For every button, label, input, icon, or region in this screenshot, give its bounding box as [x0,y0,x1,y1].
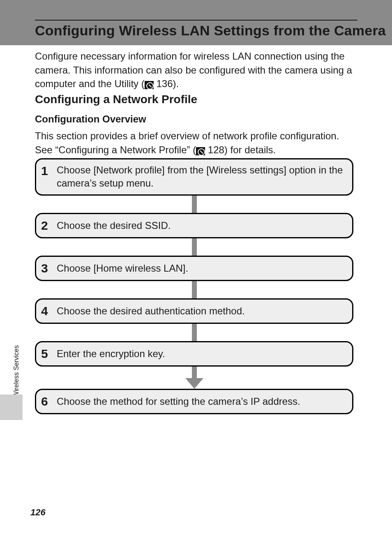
flow-diagram: 1 Choose [Network profile] from the [Wir… [35,158,353,414]
flow-connector [192,367,197,378]
step-text: Choose the desired authentication method… [57,305,245,318]
step-box: 3 Choose [Home wireless LAN]. [35,256,353,281]
step-number: 4 [41,303,48,320]
page-ref-icon [145,81,154,89]
title-rule [35,20,357,21]
overview-text-part1: This section provides a brief overview o… [35,130,339,155]
step-box: 5 Enter the encryption key. [35,341,353,367]
overview-paragraph: This section provides a brief overview o… [35,129,357,157]
subsection-heading: Configuration Overview [35,113,146,125]
arrow-head-icon [185,378,203,389]
flow-connector [192,324,197,341]
section-heading: Configuring a Network Profile [35,93,197,106]
step-number: 5 [41,346,48,362]
page-number: 126 [30,507,46,518]
intro-text-part1: Configure necessary information for wire… [35,51,352,89]
thumb-tab [0,395,23,420]
step-number: 1 [41,163,48,180]
flow-connector [192,196,197,213]
step-number: 2 [41,217,48,234]
intro-paragraph: Configure necessary information for wire… [35,49,357,91]
overview-pageref: 128) for details. [205,144,276,155]
step-box: 4 Choose the desired authentication meth… [35,298,353,324]
step-number: 3 [41,260,48,277]
flow-arrow [35,367,353,389]
manual-page: Configuring Wireless LAN Settings from t… [0,0,392,540]
intro-pageref: 136). [154,78,179,89]
flow-connector [192,281,197,298]
step-text: Choose the desired SSID. [57,219,171,232]
side-section-label: Wireless Services [13,345,20,397]
page-title: Configuring Wireless LAN Settings from t… [35,23,386,39]
step-text: Choose [Home wireless LAN]. [57,262,188,275]
page-ref-icon [196,147,205,155]
step-box: 6 Choose the method for setting the came… [35,389,353,414]
step-box: 2 Choose the desired SSID. [35,213,353,238]
step-text: Enter the encryption key. [57,347,165,360]
step-text: Choose the method for setting the camera… [57,395,300,408]
step-text: Choose [Network profile] from the [Wirel… [57,164,346,190]
step-number: 6 [41,393,48,410]
step-box: 1 Choose [Network profile] from the [Wir… [35,158,353,196]
flow-connector [192,238,197,256]
